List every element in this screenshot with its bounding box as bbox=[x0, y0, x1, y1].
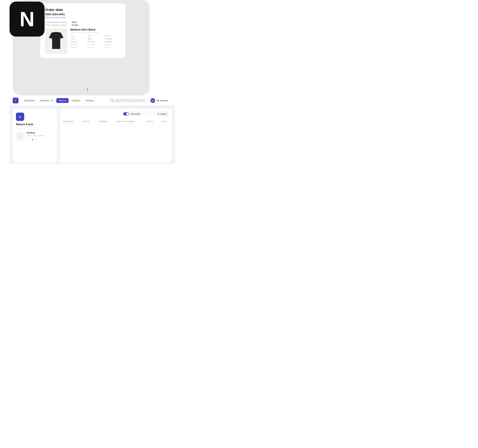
toggle-knob bbox=[126, 112, 129, 115]
product-divider bbox=[70, 33, 99, 33]
test-mode-toggle[interactable]: Test mode bbox=[121, 111, 142, 116]
return-form-logo: r bbox=[16, 112, 24, 121]
product-qty-row: ‹ 0 › bbox=[27, 138, 54, 141]
order-date: Placed on 19-01-2024 bbox=[45, 16, 120, 19]
nav-search[interactable]: 🔍 bbox=[109, 98, 147, 103]
attr-weight: Weight bbox=[70, 46, 86, 49]
col-tracking-number: TRACKING NUMBER bbox=[114, 119, 144, 124]
product-attrs: Size SKU Brand Color Style Category Amou… bbox=[70, 35, 120, 49]
arrow-down: ↓ bbox=[86, 86, 89, 92]
attr-length: Length bbox=[105, 46, 120, 49]
product-info: Product Color | Size | Amount ‹ 0 › bbox=[27, 131, 54, 141]
product-name: Medium Shirt Black bbox=[70, 28, 120, 31]
nav-item-returns[interactable]: Returns bbox=[56, 98, 69, 103]
requests-badge: 0 bbox=[50, 100, 53, 102]
search-icon: 🔍 bbox=[111, 99, 114, 102]
account-chevron-icon: ▾ bbox=[170, 100, 170, 101]
product-image bbox=[45, 28, 67, 54]
attr-quantity: Quantity bbox=[105, 41, 120, 43]
pagination-mini: ‹ › bbox=[144, 112, 154, 116]
return-form-logo-letter: r bbox=[19, 114, 21, 119]
nav-brand[interactable]: r bbox=[13, 98, 19, 103]
attr-amount: Amount bbox=[70, 41, 86, 43]
attr-category: Category bbox=[105, 38, 120, 40]
col-status: STATUS bbox=[80, 119, 96, 124]
order-data-card: Order data ORD-2024-0001 Placed on 19-01… bbox=[40, 3, 126, 58]
image-placeholder-icon bbox=[18, 134, 23, 139]
col-carrier: CARRIER bbox=[96, 119, 114, 124]
search-input[interactable] bbox=[115, 99, 145, 102]
product-info-label: Product bbox=[27, 131, 54, 134]
page-next-button[interactable]: › bbox=[149, 112, 154, 116]
tshirt-svg bbox=[48, 31, 64, 50]
n-logo: N bbox=[10, 2, 44, 37]
app-container: r Dashboard Requests 0 Returns Analytics… bbox=[10, 95, 175, 164]
qty-decrease-button[interactable]: ‹ bbox=[27, 138, 30, 141]
product-attrs-small: Color | Size | Amount bbox=[27, 135, 54, 137]
main-content: r Return Form Product Color | Size | Amo… bbox=[10, 106, 175, 164]
shipping-method-value: PostNL bbox=[72, 24, 79, 26]
qty-value: 0 bbox=[32, 138, 33, 141]
nav-account[interactable]: MA My account ▾ bbox=[149, 97, 172, 104]
col-tags: TAGS bbox=[159, 119, 172, 124]
return-form-card: r Return Form Product Color | Size | Amo… bbox=[13, 109, 57, 163]
product-img-icon bbox=[16, 132, 25, 141]
table-toolbar: Test mode ‹ › ⬇ Export bbox=[60, 109, 172, 119]
export-icon: ⬇ bbox=[158, 113, 159, 115]
return-form-divider bbox=[16, 128, 46, 128]
test-mode-label: Test mode bbox=[130, 113, 140, 115]
table-header-row: CUSTOMER STATUS CARRIER TRACKING NUMBER … bbox=[60, 119, 172, 124]
account-avatar: MA bbox=[150, 98, 155, 103]
nav-item-dashboard[interactable]: Dashboard bbox=[22, 98, 37, 103]
export-button[interactable]: ⬇ Export bbox=[156, 112, 169, 116]
table-panel: Test mode ‹ › ⬇ Export CUSTOMER STATUS bbox=[60, 109, 172, 163]
return-form-title: Return Form bbox=[16, 123, 54, 126]
order-id: ORD-2024-0001 bbox=[45, 13, 120, 16]
page-prev-button[interactable]: ‹ bbox=[144, 112, 148, 116]
payment-method-label: Order payment method bbox=[45, 21, 70, 23]
navbar: r Dashboard Requests 0 Returns Analytics… bbox=[10, 95, 175, 106]
attr-width: Width bbox=[105, 44, 120, 46]
attr-brand: Brand bbox=[105, 35, 120, 37]
product-section: Medium Shirt Black Size SKU Brand Color … bbox=[45, 28, 120, 54]
product-details: Medium Shirt Black Size SKU Brand Color … bbox=[70, 28, 120, 54]
attr-height: Height bbox=[88, 46, 103, 49]
svg-point-1 bbox=[19, 136, 20, 136]
attr-style: Style bbox=[88, 38, 103, 40]
payment-method-value: iDeal bbox=[72, 21, 76, 23]
attr-barcode: Barcode bbox=[70, 44, 86, 46]
return-form-product-row: Product Color | Size | Amount ‹ 0 › bbox=[16, 131, 54, 141]
export-label: Export bbox=[160, 113, 166, 115]
account-label: My account bbox=[157, 99, 168, 102]
nav-items: Dashboard Requests 0 Returns Analytics S… bbox=[22, 98, 109, 103]
payment-method-row: Order payment method iDeal bbox=[45, 21, 120, 23]
order-card-title: Order data bbox=[45, 8, 120, 12]
attr-color: Color bbox=[70, 38, 86, 40]
attr-size: Size bbox=[70, 35, 86, 37]
attr-sku: SKU bbox=[88, 35, 103, 37]
nav-item-analytics[interactable]: Analytics bbox=[69, 98, 82, 103]
toggle-switch[interactable] bbox=[123, 112, 129, 115]
data-table: CUSTOMER STATUS CARRIER TRACKING NUMBER … bbox=[60, 119, 172, 124]
col-customer: CUSTOMER bbox=[60, 119, 80, 124]
settings-chevron-icon: ▾ bbox=[94, 100, 95, 102]
col-value: VALUE bbox=[144, 119, 159, 124]
n-logo-letter: N bbox=[19, 9, 35, 29]
qty-increase-button[interactable]: › bbox=[35, 138, 38, 141]
shipping-method-row: Order shipping method PostNL bbox=[45, 24, 120, 26]
nav-item-settings[interactable]: Settings ▾ bbox=[83, 98, 98, 103]
shipping-method-label: Order shipping method bbox=[45, 24, 70, 26]
attr-discount: Discount bbox=[88, 41, 103, 43]
nav-item-requests[interactable]: Requests 0 bbox=[38, 98, 56, 103]
order-meta: Order payment method iDeal Order shippin… bbox=[45, 21, 120, 26]
attr-hscode: HS code bbox=[88, 44, 103, 46]
nav-brand-letter: r bbox=[15, 99, 16, 102]
top-area: N Order data ORD-2024-0001 Placed on 19-… bbox=[0, 0, 175, 97]
